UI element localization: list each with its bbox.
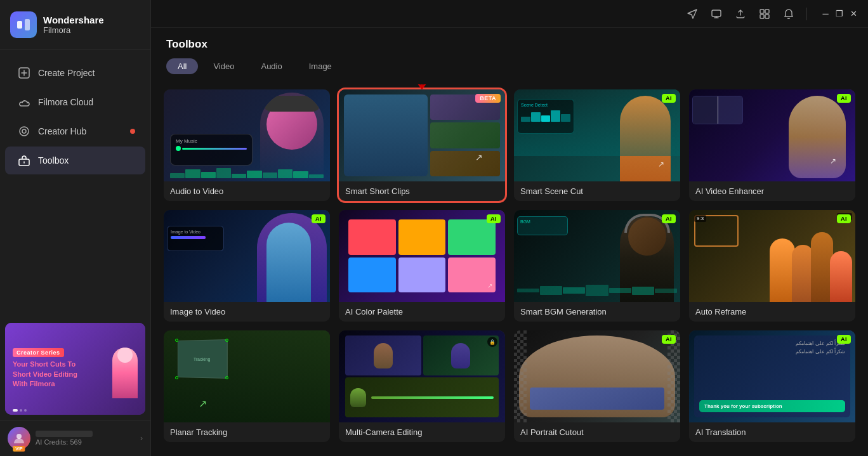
creator-hub-label: Creator Hub (38, 126, 86, 136)
tool-thumb-ai-video-enhancer: ↗ AI (689, 89, 855, 181)
toolbox-header: Toolbox All Video Audio Image (151, 28, 868, 84)
tool-label-auto-reframe: Auto Reframe (689, 302, 855, 322)
tool-card-ai-portrait-cutout[interactable]: AI AI Portrait Cutout (514, 330, 680, 442)
filmora-cloud-icon (18, 96, 30, 108)
svg-rect-14 (760, 10, 764, 13)
logo-area: Wondershare Filmora (0, 0, 150, 50)
tool-label-smart-short-clips: Smart Short Clips (339, 181, 505, 201)
product-name: Filmora (43, 25, 104, 35)
svg-rect-15 (765, 10, 769, 13)
toolbox-title: Toolbox (166, 38, 853, 51)
create-project-label: Create Project (38, 68, 95, 78)
sidebar-item-creator-hub[interactable]: Creator Hub (5, 117, 145, 145)
filter-tab-audio[interactable]: Audio (249, 58, 293, 74)
thumb-inner: 🔒 (339, 330, 505, 422)
tool-card-ai-color-palette[interactable]: ↗ AI AI Color Palette (339, 210, 505, 322)
maximize-button[interactable]: ❐ (835, 10, 844, 18)
tool-card-multi-camera-editing[interactable]: 🔒 Multi-Camera Editing (339, 330, 505, 442)
tool-card-image-to-video[interactable]: Image to Video AI Image to Video (164, 210, 330, 322)
ai-badge-smart-scene-cut: AI (662, 94, 676, 103)
thumb-inner: BGM (514, 210, 680, 302)
thumb-inner: ↗ (339, 210, 505, 302)
tool-card-smart-scene-cut[interactable]: Scene Detect ↗ AI Smart Scene Cut (514, 89, 680, 201)
filter-tab-video[interactable]: Video (202, 58, 246, 74)
tool-thumb-ai-translation: شكراً لكم على اهتمامكم شكراً لكم على اهت… (689, 330, 855, 422)
tool-label-smart-bgm-generation: Smart BGM Generation (514, 302, 680, 322)
tool-thumb-image-to-video: Image to Video AI (164, 210, 330, 302)
titlebar-divider (806, 8, 807, 20)
thumb-inner: ↗ (339, 89, 505, 181)
svg-rect-16 (760, 15, 764, 18)
toolbox-icon (18, 154, 30, 167)
thumb-inner: 9:3 3:15 (689, 210, 855, 302)
upload-icon[interactable] (732, 5, 749, 23)
tool-card-audio-to-video[interactable]: My Music (164, 89, 330, 201)
ai-badge-image-to-video: AI (312, 214, 326, 223)
tool-thumb-smart-bgm-generation: BGM AI (514, 210, 680, 302)
thumb-inner (514, 330, 680, 422)
thumb-inner: Scene Detect ↗ (514, 89, 680, 181)
tool-card-ai-translation[interactable]: شكراً لكم على اهتمامكم شكراً لكم على اهت… (689, 330, 855, 442)
tool-card-smart-short-clips[interactable]: ↗ BETA Smart Short Clips (339, 89, 505, 201)
user-avatar: VIP (8, 427, 30, 450)
filter-tab-image[interactable]: Image (298, 58, 343, 74)
monitor-icon[interactable] (707, 5, 725, 23)
ai-badge-ai-color-palette: AI (487, 214, 501, 223)
titlebar: ─ ❐ ✕ (151, 0, 868, 28)
send-icon[interactable] (683, 5, 701, 23)
svg-marker-2 (22, 23, 25, 27)
tool-label-planar-tracking: Planar Tracking (164, 422, 330, 442)
ai-credits: AI Credits: 569 (36, 438, 135, 446)
ai-badge-smart-bgm-generation: AI (662, 214, 676, 223)
banner-line3: With Filmora (13, 380, 55, 388)
creator-hub-icon (18, 125, 30, 138)
tool-label-audio-to-video: Audio to Video (164, 181, 330, 201)
beta-badge-clips: BETA (475, 94, 501, 103)
window-controls: ─ ❐ ✕ (821, 10, 858, 18)
ai-badge-ai-video-enhancer: AI (837, 94, 851, 103)
tool-label-smart-scene-cut: Smart Scene Cut (514, 181, 680, 201)
user-arrow-icon[interactable]: › (140, 434, 143, 443)
close-button[interactable]: ✕ (849, 10, 858, 18)
tool-label-ai-translation: AI Translation (689, 422, 855, 442)
user-info: AI Credits: 569 (36, 431, 135, 446)
sidebar-item-create-project[interactable]: Create Project (5, 59, 145, 87)
sidebar-item-toolbox[interactable]: Toolbox (5, 147, 145, 174)
vip-badge: VIP (13, 446, 25, 452)
tool-thumb-audio-to-video: My Music (164, 89, 330, 181)
tools-grid: My Music (151, 84, 868, 456)
tool-card-smart-bgm-generation[interactable]: BGM AI Smart BGM Generation (514, 210, 680, 322)
bell-icon[interactable] (780, 5, 798, 23)
tool-label-ai-video-enhancer: AI Video Enhancer (689, 181, 855, 201)
tool-thumb-auto-reframe: 9:3 3:15 AI (689, 210, 855, 302)
tool-card-planar-tracking[interactable]: Tracking ↗ Planar Tracking (164, 330, 330, 442)
filmora-cloud-label: Filmora Cloud (38, 97, 93, 107)
creator-hub-notification-dot (130, 129, 135, 134)
tool-thumb-ai-color-palette: ↗ AI (339, 210, 505, 302)
tool-label-ai-portrait-cutout: AI Portrait Cutout (514, 422, 680, 442)
ai-badge-ai-translation: AI (837, 335, 851, 344)
ai-badge-auto-reframe: AI (837, 214, 851, 223)
grid-icon[interactable] (756, 5, 773, 23)
tool-card-ai-video-enhancer[interactable]: ↗ AI AI Video Enhancer (689, 89, 855, 201)
tool-thumb-multi-camera-editing: 🔒 (339, 330, 505, 422)
minimize-button[interactable]: ─ (821, 10, 830, 18)
sidebar-item-filmora-cloud[interactable]: Filmora Cloud (5, 88, 145, 116)
tool-label-multi-camera-editing: Multi-Camera Editing (339, 422, 505, 442)
logo-text: Wondershare Filmora (43, 15, 104, 35)
sidebar-user-row: VIP AI Credits: 569 › (0, 420, 150, 456)
main-content: ─ ❐ ✕ Toolbox All Video Audio Image (151, 0, 868, 456)
svg-point-7 (22, 129, 26, 133)
banner-line1: Your Short Cuts To (13, 360, 76, 368)
create-project-icon (18, 67, 30, 79)
filter-tab-all[interactable]: All (166, 58, 198, 74)
sidebar-banner[interactable]: Creator Series Your Short Cuts To Short … (5, 323, 145, 415)
svg-point-10 (16, 434, 22, 439)
svg-rect-0 (17, 21, 22, 29)
ai-badge-ai-portrait-cutout: AI (662, 335, 676, 344)
tool-thumb-smart-scene-cut: Scene Detect ↗ AI (514, 89, 680, 181)
svg-rect-11 (712, 10, 721, 16)
tool-card-auto-reframe[interactable]: 9:3 3:15 AI Auto Reframe (689, 210, 855, 322)
thumb-inner: Image to Video (164, 210, 330, 302)
thumb-inner: ↗ (689, 89, 855, 181)
